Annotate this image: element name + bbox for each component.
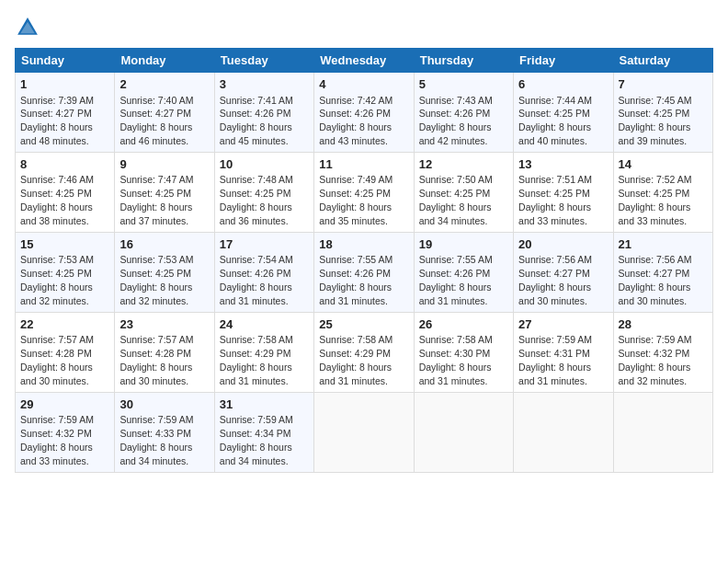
calendar-cell: 2Sunrise: 7:40 AMSunset: 4:27 PMDaylight… (115, 73, 214, 153)
calendar-header-monday: Monday (115, 49, 214, 73)
day-number: 16 (119, 236, 209, 253)
day-number: 30 (119, 396, 209, 413)
calendar-header-sunday: Sunday (16, 49, 115, 73)
calendar-cell: 6Sunrise: 7:44 AMSunset: 4:25 PMDaylight… (514, 73, 613, 153)
day-info: Sunrise: 7:45 AMSunset: 4:25 PMDaylight:… (619, 95, 692, 147)
day-info: Sunrise: 7:59 AMSunset: 4:32 PMDaylight:… (619, 334, 692, 386)
calendar-cell: 29Sunrise: 7:59 AMSunset: 4:32 PMDayligh… (16, 392, 115, 472)
day-number: 26 (419, 316, 508, 333)
day-number: 21 (619, 236, 708, 253)
day-info: Sunrise: 7:53 AMSunset: 4:25 PMDaylight:… (20, 254, 94, 306)
day-info: Sunrise: 7:47 AMSunset: 4:25 PMDaylight:… (119, 174, 193, 226)
calendar-cell: 11Sunrise: 7:49 AMSunset: 4:25 PMDayligh… (314, 152, 414, 232)
calendar-cell: 3Sunrise: 7:41 AMSunset: 4:26 PMDaylight… (214, 73, 313, 153)
day-info: Sunrise: 7:52 AMSunset: 4:25 PMDaylight:… (619, 174, 692, 226)
day-info: Sunrise: 7:55 AMSunset: 4:26 PMDaylight:… (319, 254, 392, 306)
day-info: Sunrise: 7:49 AMSunset: 4:25 PMDaylight:… (319, 174, 392, 226)
day-info: Sunrise: 7:58 AMSunset: 4:29 PMDaylight:… (319, 334, 392, 386)
day-number: 10 (220, 156, 309, 173)
day-number: 6 (518, 76, 608, 93)
day-number: 24 (220, 316, 309, 333)
day-number: 2 (119, 76, 209, 93)
calendar-week-3: 15Sunrise: 7:53 AMSunset: 4:25 PMDayligh… (16, 232, 713, 312)
calendar-cell: 8Sunrise: 7:46 AMSunset: 4:25 PMDaylight… (16, 152, 115, 232)
calendar-header-row: SundayMondayTuesdayWednesdayThursdayFrid… (16, 49, 713, 73)
calendar-week-5: 29Sunrise: 7:59 AMSunset: 4:32 PMDayligh… (16, 392, 713, 472)
day-number: 17 (220, 236, 309, 253)
day-number: 31 (220, 396, 309, 413)
calendar-cell: 9Sunrise: 7:47 AMSunset: 4:25 PMDaylight… (115, 152, 214, 232)
day-number: 8 (20, 156, 109, 173)
day-number: 20 (518, 236, 608, 253)
calendar-header-thursday: Thursday (414, 49, 513, 73)
day-number: 1 (20, 76, 109, 93)
logo-icon (15, 15, 40, 40)
day-number: 4 (319, 76, 408, 93)
day-info: Sunrise: 7:53 AMSunset: 4:25 PMDaylight:… (119, 254, 193, 306)
day-info: Sunrise: 7:55 AMSunset: 4:26 PMDaylight:… (419, 254, 493, 306)
calendar-table: SundayMondayTuesdayWednesdayThursdayFrid… (15, 48, 713, 473)
day-number: 15 (20, 236, 109, 253)
logo (15, 15, 44, 40)
calendar-cell: 10Sunrise: 7:48 AMSunset: 4:25 PMDayligh… (214, 152, 313, 232)
calendar-cell: 26Sunrise: 7:58 AMSunset: 4:30 PMDayligh… (414, 312, 513, 392)
day-info: Sunrise: 7:51 AMSunset: 4:25 PMDaylight:… (518, 174, 592, 226)
calendar-body: 1Sunrise: 7:39 AMSunset: 4:27 PMDaylight… (16, 73, 713, 473)
calendar-cell: 22Sunrise: 7:57 AMSunset: 4:28 PMDayligh… (16, 312, 115, 392)
calendar-cell: 4Sunrise: 7:42 AMSunset: 4:26 PMDaylight… (314, 73, 414, 153)
day-number: 14 (619, 156, 708, 173)
day-info: Sunrise: 7:48 AMSunset: 4:25 PMDaylight:… (220, 174, 293, 226)
calendar-cell (414, 392, 513, 472)
calendar-cell: 19Sunrise: 7:55 AMSunset: 4:26 PMDayligh… (414, 232, 513, 312)
calendar-cell: 23Sunrise: 7:57 AMSunset: 4:28 PMDayligh… (115, 312, 214, 392)
day-number: 7 (619, 76, 708, 93)
calendar-week-4: 22Sunrise: 7:57 AMSunset: 4:28 PMDayligh… (16, 312, 713, 392)
day-number: 25 (319, 316, 408, 333)
calendar-cell (314, 392, 414, 472)
day-number: 9 (119, 156, 209, 173)
calendar-cell: 5Sunrise: 7:43 AMSunset: 4:26 PMDaylight… (414, 73, 513, 153)
day-info: Sunrise: 7:57 AMSunset: 4:28 PMDaylight:… (20, 334, 94, 386)
calendar-cell: 24Sunrise: 7:58 AMSunset: 4:29 PMDayligh… (214, 312, 313, 392)
calendar-header-wednesday: Wednesday (314, 49, 414, 73)
calendar-header-friday: Friday (514, 49, 613, 73)
day-info: Sunrise: 7:40 AMSunset: 4:27 PMDaylight:… (119, 95, 193, 147)
calendar-cell: 1Sunrise: 7:39 AMSunset: 4:27 PMDaylight… (16, 73, 115, 153)
day-info: Sunrise: 7:50 AMSunset: 4:25 PMDaylight:… (419, 174, 493, 226)
calendar-header-tuesday: Tuesday (214, 49, 313, 73)
day-info: Sunrise: 7:41 AMSunset: 4:26 PMDaylight:… (220, 95, 293, 147)
calendar-cell: 15Sunrise: 7:53 AMSunset: 4:25 PMDayligh… (16, 232, 115, 312)
day-info: Sunrise: 7:43 AMSunset: 4:26 PMDaylight:… (419, 95, 493, 147)
day-number: 22 (20, 316, 109, 333)
day-number: 18 (319, 236, 408, 253)
calendar-cell: 13Sunrise: 7:51 AMSunset: 4:25 PMDayligh… (514, 152, 613, 232)
calendar-cell: 31Sunrise: 7:59 AMSunset: 4:34 PMDayligh… (214, 392, 313, 472)
calendar-cell: 21Sunrise: 7:56 AMSunset: 4:27 PMDayligh… (613, 232, 712, 312)
day-number: 13 (518, 156, 608, 173)
calendar-week-2: 8Sunrise: 7:46 AMSunset: 4:25 PMDaylight… (16, 152, 713, 232)
day-info: Sunrise: 7:59 AMSunset: 4:32 PMDaylight:… (20, 414, 94, 466)
day-number: 5 (419, 76, 508, 93)
calendar-cell: 12Sunrise: 7:50 AMSunset: 4:25 PMDayligh… (414, 152, 513, 232)
calendar-cell: 17Sunrise: 7:54 AMSunset: 4:26 PMDayligh… (214, 232, 313, 312)
calendar-cell (514, 392, 613, 472)
day-number: 3 (220, 76, 309, 93)
day-number: 12 (419, 156, 508, 173)
day-info: Sunrise: 7:57 AMSunset: 4:28 PMDaylight:… (119, 334, 193, 386)
calendar-cell: 28Sunrise: 7:59 AMSunset: 4:32 PMDayligh… (613, 312, 712, 392)
day-number: 29 (20, 396, 109, 413)
day-number: 11 (319, 156, 408, 173)
day-info: Sunrise: 7:44 AMSunset: 4:25 PMDaylight:… (518, 95, 592, 147)
day-number: 19 (419, 236, 508, 253)
calendar-cell: 14Sunrise: 7:52 AMSunset: 4:25 PMDayligh… (613, 152, 712, 232)
day-info: Sunrise: 7:58 AMSunset: 4:29 PMDaylight:… (220, 334, 293, 386)
calendar-cell: 27Sunrise: 7:59 AMSunset: 4:31 PMDayligh… (514, 312, 613, 392)
day-number: 23 (119, 316, 209, 333)
day-info: Sunrise: 7:54 AMSunset: 4:26 PMDaylight:… (220, 254, 293, 306)
calendar-cell: 30Sunrise: 7:59 AMSunset: 4:33 PMDayligh… (115, 392, 214, 472)
day-info: Sunrise: 7:46 AMSunset: 4:25 PMDaylight:… (20, 174, 94, 226)
day-number: 28 (619, 316, 708, 333)
calendar-cell (613, 392, 712, 472)
calendar-cell: 20Sunrise: 7:56 AMSunset: 4:27 PMDayligh… (514, 232, 613, 312)
calendar-week-1: 1Sunrise: 7:39 AMSunset: 4:27 PMDaylight… (16, 73, 713, 153)
